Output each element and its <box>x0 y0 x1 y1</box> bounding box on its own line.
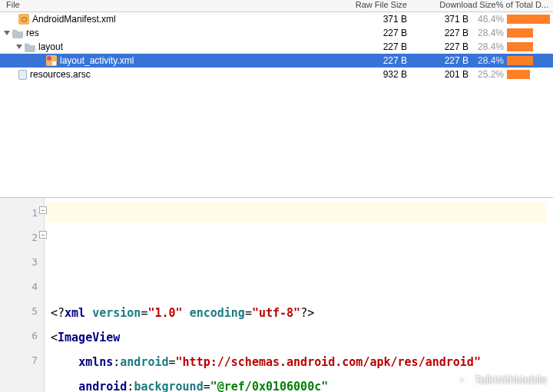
line-number: 4 <box>0 275 38 299</box>
disclosure-triangle-icon[interactable] <box>16 44 22 49</box>
dl-size: 227 B <box>415 28 469 38</box>
xml-icon <box>18 14 29 25</box>
tree-row-label: resources.arsc <box>30 69 91 80</box>
raw-size: 227 B <box>338 28 415 38</box>
pct-bar <box>507 42 553 51</box>
raw-size: 932 B <box>338 69 415 80</box>
tree-row[interactable]: layout227 B227 B28.4% <box>0 40 553 54</box>
lxml-icon <box>46 55 57 66</box>
raw-size: 227 B <box>338 55 415 66</box>
col-dl[interactable]: Download Size% of Total D... <box>415 0 553 12</box>
pct: 25.2% <box>469 69 507 80</box>
tree-row-label: layout_activity.xml <box>60 55 134 66</box>
disclosure-triangle-icon[interactable] <box>4 31 10 35</box>
raw-size: 371 B <box>338 14 415 25</box>
folder-icon <box>25 41 35 52</box>
pct: 28.4% <box>469 28 507 38</box>
line-number: 6 <box>0 324 38 348</box>
dl-size: 227 B <box>415 41 469 52</box>
line-number: 3 <box>0 250 38 275</box>
fold-minus-icon[interactable]: − <box>39 206 47 214</box>
file-tree-pane: File Raw File Size Download Size% of Tot… <box>0 0 553 198</box>
line-gutter: 1234567 <box>0 198 45 392</box>
pct-bar <box>507 15 553 24</box>
col-file[interactable]: File <box>0 0 338 12</box>
current-line-highlight <box>46 203 547 222</box>
tree-row[interactable]: resources.arsc932 B201 B25.2% <box>0 68 553 81</box>
pct: 28.4% <box>469 55 507 66</box>
tree-row[interactable]: AndroidManifest.xml371 B371 B46.4% <box>0 12 553 26</box>
col-raw[interactable]: Raw File Size <box>338 0 415 12</box>
tree-header: File Raw File Size Download Size% of Tot… <box>0 0 553 12</box>
line-number: 2 <box>0 226 38 250</box>
pct-bar <box>507 70 553 79</box>
pct: 46.4% <box>469 14 507 25</box>
line-number: 5 <box>0 299 38 324</box>
tree-row[interactable]: res227 B227 B28.4% <box>0 26 553 40</box>
file-tree[interactable]: AndroidManifest.xml371 B371 B46.4%res227… <box>0 12 553 197</box>
line-number: 7 <box>0 348 38 373</box>
pct-bar <box>507 28 553 38</box>
pct-bar <box>507 56 553 65</box>
folder-icon <box>12 28 23 38</box>
tree-row-label: layout <box>38 41 63 52</box>
raw-size: 227 B <box>338 41 415 52</box>
fold-minus-icon[interactable]: − <box>39 231 47 239</box>
tree-row-label: res <box>26 28 39 38</box>
line-number: 1 <box>0 201 38 226</box>
code-pane: 1234567 − − <?xml version="1.0" encoding… <box>0 198 553 392</box>
tree-row-label: AndroidManifest.xml <box>32 14 116 25</box>
tree-row[interactable]: layout_activity.xml227 B227 B28.4% <box>0 54 553 68</box>
code-content: <?xml version="1.0" encoding="utf-8"?> <… <box>51 301 547 392</box>
code-editor[interactable]: − − <?xml version="1.0" encoding="utf-8"… <box>45 198 553 392</box>
dl-size: 227 B <box>415 55 469 66</box>
file-icon <box>18 70 27 80</box>
pct: 28.4% <box>469 41 507 52</box>
dl-size: 371 B <box>415 14 469 25</box>
dl-size: 201 B <box>415 69 469 80</box>
